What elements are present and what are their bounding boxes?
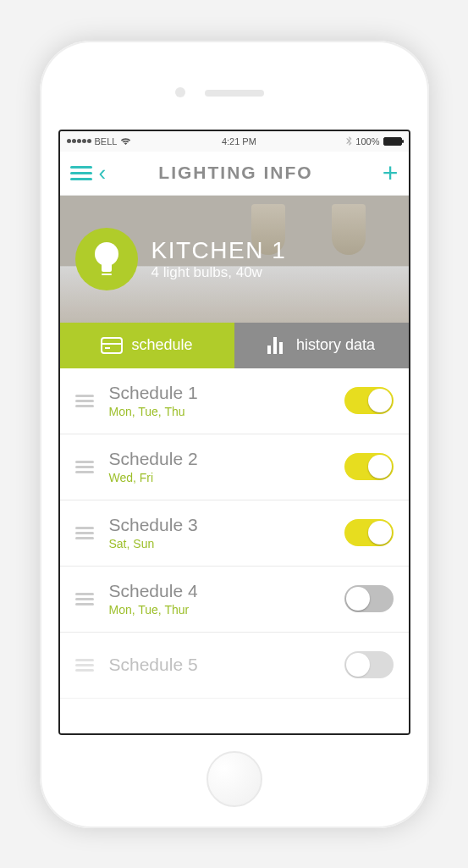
schedule-row[interactable]: Schedule 5 [60,633,409,699]
schedule-days: Wed, Fri [109,471,329,484]
tab-history[interactable]: history data [234,323,409,368]
svg-point-0 [95,242,118,266]
screen: BELL 4:21 PM 100% ‹ LIGHTING INFO + [58,130,410,735]
svg-rect-2 [102,274,112,275]
status-time: 4:21 PM [222,136,256,147]
home-button[interactable] [206,751,262,807]
device-speaker [205,90,264,97]
schedule-days: Sat, Sun [109,537,329,550]
schedule-list: Schedule 1Mon, Tue, ThuSchedule 2Wed, Fr… [60,368,409,733]
wifi-icon [120,137,131,146]
schedule-days: Mon, Tue, Thu [109,405,329,418]
schedule-title: Schedule 2 [109,449,329,469]
schedule-toggle[interactable] [344,453,394,480]
nav-bar: ‹ LIGHTING INFO + [60,152,409,196]
bluetooth-icon [346,136,352,147]
menu-icon[interactable] [70,163,92,184]
svg-rect-8 [279,342,283,354]
schedule-toggle[interactable] [344,651,394,678]
schedule-title: Schedule 5 [109,655,329,675]
phone-frame: BELL 4:21 PM 100% ‹ LIGHTING INFO + [40,41,429,828]
schedule-title: Schedule 3 [109,515,329,535]
schedule-toggle[interactable] [344,519,394,546]
carrier-label: BELL [95,136,118,147]
svg-rect-7 [273,337,277,354]
drag-handle-icon[interactable] [75,458,94,476]
schedule-row[interactable]: Schedule 1Mon, Tue, Thu [60,368,409,434]
schedule-toggle[interactable] [344,585,394,612]
schedule-row[interactable]: Schedule 4Mon, Tue, Thur [60,567,409,633]
schedule-days: Mon, Tue, Thur [109,603,329,616]
hero-banner: KITCHEN 1 4 light bulbs, 40w [60,196,409,323]
signal-dots-icon [67,139,91,143]
room-title: KITCHEN 1 [151,237,287,264]
svg-rect-6 [267,346,271,354]
lightbulb-icon [75,228,138,290]
schedule-toggle[interactable] [344,387,394,414]
schedule-icon [101,337,123,354]
status-bar: BELL 4:21 PM 100% [60,131,409,152]
svg-rect-3 [102,338,122,353]
battery-percent: 100% [355,136,379,147]
drag-handle-icon[interactable] [75,656,94,674]
svg-rect-1 [102,263,112,272]
schedule-row[interactable]: Schedule 3Sat, Sun [60,500,409,567]
tab-schedule-label: schedule [131,336,192,354]
tab-bar: schedule history data [60,323,409,368]
schedule-title: Schedule 1 [109,383,329,403]
drag-handle-icon[interactable] [75,392,94,410]
bar-chart-icon [267,337,288,354]
room-subtitle: 4 light bulbs, 40w [151,264,287,281]
drag-handle-icon[interactable] [75,524,94,542]
drag-handle-icon[interactable] [75,590,94,608]
add-button[interactable]: + [383,159,399,186]
schedule-row[interactable]: Schedule 2Wed, Fri [60,434,409,500]
tab-history-label: history data [296,336,375,354]
schedule-title: Schedule 4 [109,581,329,601]
tab-schedule[interactable]: schedule [60,323,234,368]
battery-icon [383,137,402,146]
device-camera [175,87,185,97]
page-title: LIGHTING INFO [96,163,376,183]
